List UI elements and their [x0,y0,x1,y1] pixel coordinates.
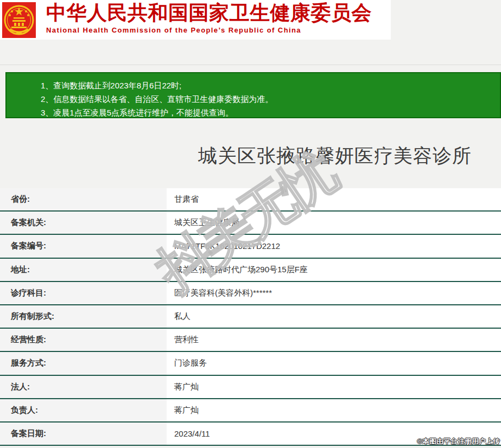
row-value: 城关区卫生健康局 [167,212,501,234]
row-label: 备案日期: [0,423,167,445]
notice-line-3: 3、凌晨1点至凌晨5点系统进行维护，不能提供查询。 [7,106,500,119]
row-value: 私人 [167,305,501,328]
table-row: 省份:甘肃省 [0,188,501,212]
site-header: 中华人民共和国国家卫生健康委员会 National Health Commiss… [0,0,391,40]
row-value: MA71TF6K162010217D2212 [167,235,501,257]
corner-watermark: ©本图由平台注册用户上传 [417,437,500,446]
notice-box: 1、查询数据截止到2023年8月6日22时; 2、信息数据结果以各省、自治区、直… [5,72,501,118]
row-label: 经营性质: [0,329,167,351]
row-label: 备案编号: [0,235,167,257]
row-value: 医疗美容科(美容外科)****** [167,282,501,304]
table-row: 负责人:蒋广灿 [0,399,501,423]
table-row: 备案机关:城关区卫生健康局 [0,212,501,235]
prc-national-emblem-icon [2,2,36,38]
row-value: 蒋广灿 [167,376,501,398]
table-row: 法人:蒋广灿 [0,376,501,399]
notice-line-2: 2、信息数据结果以各省、自治区、直辖市卫生健康委数据为准。 [7,92,500,106]
row-label: 所有制形式: [0,305,167,328]
table-row: 备案编号:MA71TF6K162010217D2212 [0,235,501,258]
result-title: 城关区张掖路馨妍医疗美容诊所 [198,143,472,169]
table-row: 所有制形式:私人 [0,305,501,329]
row-value: 城关区张掖路时代广场290号15层F座 [167,259,501,281]
header-divider [0,65,501,65]
row-value: 蒋广灿 [167,399,501,421]
notice-line-1: 1、查询数据截止到2023年8月6日22时; [7,79,500,92]
row-label: 诊疗科目: [0,282,167,304]
row-label: 地址: [0,259,167,281]
row-label: 法人: [0,376,167,398]
row-label: 负责人: [0,399,167,421]
header-title-en: National Health Commission of the People… [46,26,372,34]
row-label: 备案机关: [0,212,167,234]
header-title-cn: 中华人民共和国国家卫生健康委员会 [46,1,372,25]
table-row: 经营性质:营利性 [0,329,501,352]
info-table: 省份:甘肃省备案机关:城关区卫生健康局备案编号:MA71TF6K16201021… [0,188,501,446]
table-row: 地址:城关区张掖路时代广场290号15层F座 [0,259,501,282]
table-row: 服务方式:门诊服务 [0,352,501,375]
row-value: 门诊服务 [167,352,501,374]
header-titles: 中华人民共和国国家卫生健康委员会 National Health Commiss… [46,1,372,34]
table-row: 诊疗科目:医疗美容科(美容外科)****** [0,282,501,305]
row-value: 甘肃省 [167,188,501,210]
row-value: 营利性 [167,329,501,351]
row-label: 省份: [0,188,167,210]
row-label: 服务方式: [0,352,167,374]
